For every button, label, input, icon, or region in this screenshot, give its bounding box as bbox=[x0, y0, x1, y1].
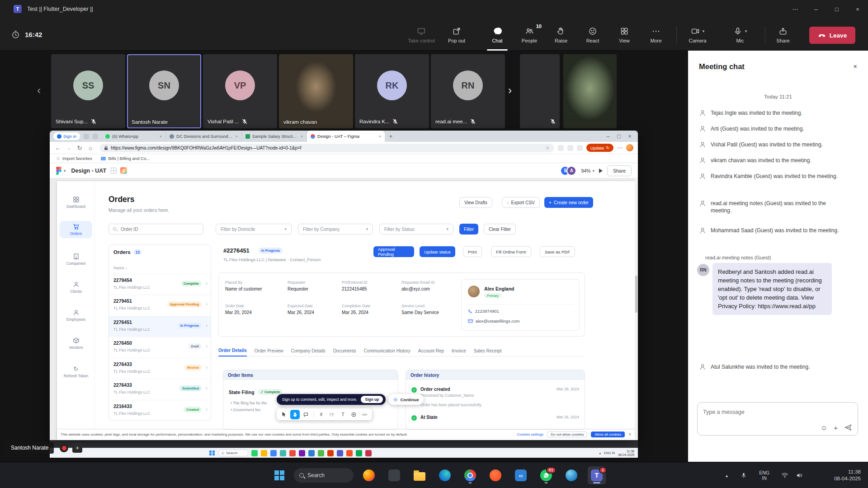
tab-sales-receipt[interactable]: Sales Receipt bbox=[474, 345, 502, 357]
tray-up-icon[interactable]: ▴ bbox=[599, 451, 601, 455]
table-row[interactable]: 2276433TL Flex Holdings LLC Review › bbox=[109, 358, 211, 379]
table-row[interactable]: 2276450TL Flex Holdings LLC Draft › bbox=[109, 337, 211, 357]
tab-order-preview[interactable]: Order Preview bbox=[255, 345, 283, 357]
filter-company-select[interactable]: Filter by Company▾ bbox=[298, 224, 373, 235]
hand-tool-icon[interactable] bbox=[290, 410, 300, 419]
firefox-icon[interactable] bbox=[360, 466, 378, 484]
create-order-button[interactable]: +Create new order bbox=[544, 197, 593, 208]
favorites-icon[interactable] bbox=[567, 145, 573, 151]
scrollbar[interactable] bbox=[635, 178, 638, 440]
chat-input-box[interactable]: ☺ + bbox=[697, 402, 858, 436]
view-drafts-button[interactable]: View Drafts bbox=[459, 197, 492, 208]
video-tile[interactable]: VP Vishal Patil ... bbox=[203, 54, 277, 128]
favorite-star-icon[interactable]: ☆ bbox=[546, 145, 550, 150]
allow-cookies-button[interactable]: Allow all cookies bbox=[591, 432, 625, 437]
chat-button[interactable]: Chat bbox=[481, 23, 513, 47]
app-icon[interactable] bbox=[337, 450, 343, 456]
collaborator-avatar[interactable]: A bbox=[566, 166, 576, 176]
tab-close-icon[interactable]: × bbox=[301, 134, 303, 139]
app-icon[interactable] bbox=[318, 450, 324, 456]
bookmark-item[interactable]: ☆Import favorites bbox=[56, 156, 92, 161]
shared-language-indicator[interactable]: ENG IN bbox=[604, 451, 615, 455]
fill-online-form-button[interactable]: Fill Online Form bbox=[491, 246, 531, 257]
cursor-tool-icon[interactable] bbox=[279, 410, 289, 419]
tray-mic-icon[interactable] bbox=[741, 472, 747, 479]
sidebar-item-employees[interactable]: Employees bbox=[60, 307, 92, 324]
sidebar-item-refresh-token[interactable]: ↻ Refresh Token bbox=[60, 364, 92, 380]
tab-order-details[interactable]: Order Details bbox=[218, 345, 247, 357]
table-row[interactable]: 2279454TL Flex Holdings LLC Complete › bbox=[109, 274, 211, 295]
split-screen-icon[interactable] bbox=[558, 145, 564, 151]
frame-tool-icon[interactable]: # bbox=[316, 410, 326, 419]
mic-button[interactable]: ▾ Mic bbox=[724, 23, 756, 47]
sidebar-item-clients[interactable]: Clients bbox=[60, 279, 92, 296]
wifi-icon[interactable] bbox=[781, 472, 788, 479]
tab-invoice[interactable]: Invoice bbox=[452, 345, 466, 357]
resources-tool-icon[interactable] bbox=[349, 410, 359, 419]
share-button[interactable]: Share bbox=[769, 23, 797, 47]
shared-search-box[interactable]: Search bbox=[218, 450, 248, 456]
tab-search-icon[interactable] bbox=[93, 134, 98, 139]
video-tile[interactable] bbox=[563, 54, 617, 128]
teams-icon[interactable]: T 1 bbox=[588, 466, 606, 484]
raise-button[interactable]: Raise bbox=[545, 23, 577, 47]
save-as-pdf-button[interactable]: Save as PDF bbox=[540, 246, 575, 257]
table-row[interactable]: 2279451TL Flex Holdings LLC Approval Pen… bbox=[109, 295, 211, 315]
home-icon[interactable]: ⌂ bbox=[85, 145, 96, 151]
browser-settings-icon[interactable]: ⋯ bbox=[617, 145, 623, 151]
filter-domicile-select[interactable]: Filter by Domicile▾ bbox=[216, 224, 292, 235]
reload-icon[interactable]: ↻ bbox=[74, 145, 85, 151]
pop-out-button[interactable]: Pop out bbox=[441, 23, 472, 47]
video-tile[interactable]: vikram chavan bbox=[279, 54, 353, 128]
clear-filter-button[interactable]: Clear Filter bbox=[484, 224, 516, 235]
figma-pages-icon[interactable] bbox=[111, 168, 117, 174]
filter-status-select[interactable]: Filter by Status▾ bbox=[379, 224, 453, 235]
dev-mode-icon[interactable]: </> bbox=[360, 410, 369, 419]
taskbar-search[interactable]: Search bbox=[294, 468, 354, 483]
browser-close-button[interactable]: × bbox=[624, 133, 635, 140]
taskbar-clock[interactable]: 11:38 08-04-2025 bbox=[834, 469, 861, 482]
camera-caret-icon[interactable]: ▾ bbox=[703, 29, 705, 33]
filter-button[interactable]: Filter bbox=[459, 224, 478, 235]
bookmark-item[interactable]: Bills | Billing and Co... bbox=[101, 156, 150, 161]
app-icon[interactable] bbox=[261, 450, 267, 456]
text-tool-icon[interactable]: T bbox=[338, 410, 348, 419]
brave-icon[interactable] bbox=[486, 466, 505, 484]
overlay-widget-icon[interactable] bbox=[60, 444, 68, 452]
browser-tab[interactable]: Sample Salary Structure with cal:× bbox=[242, 131, 307, 142]
close-button[interactable]: × bbox=[847, 0, 868, 18]
chrome-icon[interactable] bbox=[461, 466, 479, 484]
take-control-button[interactable]: Take control bbox=[406, 23, 437, 47]
people-button[interactable]: 10 People bbox=[514, 23, 545, 47]
react-button[interactable]: React bbox=[577, 23, 609, 47]
app-icon[interactable] bbox=[356, 450, 362, 456]
sidebar-item-dashboard[interactable]: Dashboard bbox=[60, 194, 92, 211]
sidebar-item-vendors[interactable]: Vendors bbox=[60, 335, 92, 352]
video-tile[interactable] bbox=[520, 54, 560, 128]
app-icon[interactable] bbox=[289, 450, 296, 456]
approval-pending-button[interactable]: Approval Pending bbox=[373, 246, 414, 257]
shape-tool-icon[interactable]: □▾ bbox=[327, 410, 337, 419]
browser-maximize-button[interactable]: □ bbox=[613, 133, 624, 140]
print-button[interactable]: Print bbox=[463, 246, 482, 257]
workspaces-icon[interactable] bbox=[84, 134, 89, 139]
browser-tab-active[interactable]: Design - UAT – Figma× bbox=[307, 131, 385, 142]
google-continue-button[interactable]: G Continue bbox=[388, 394, 423, 405]
update-status-button[interactable]: Update status bbox=[420, 246, 455, 257]
view-button[interactable]: View bbox=[609, 23, 640, 47]
tab-close-icon[interactable]: × bbox=[160, 134, 162, 139]
figma-logo-icon[interactable] bbox=[56, 167, 61, 175]
minimize-button[interactable]: – bbox=[806, 0, 826, 18]
comment-tool-icon[interactable] bbox=[301, 410, 311, 419]
chat-close-icon[interactable]: × bbox=[853, 62, 857, 70]
tab-close-icon[interactable]: × bbox=[379, 134, 381, 139]
address-bar[interactable]: https://www.figma.com/design/9BKQ0FOHRWa… bbox=[99, 144, 554, 152]
browser-minimize-button[interactable]: – bbox=[603, 133, 613, 140]
table-row[interactable]: 2276433TL Flex Holdings LLC Submitted › bbox=[109, 379, 211, 399]
emoji-icon[interactable]: ☺ bbox=[821, 424, 827, 432]
browser-tab[interactable]: DC Divisions and Surroundings× bbox=[166, 131, 242, 142]
volume-icon[interactable] bbox=[796, 472, 803, 479]
table-row-selected[interactable]: 2276451TL Flex Holdings LLC In Progress … bbox=[109, 316, 211, 337]
tab-communication-history[interactable]: Communication History bbox=[363, 345, 410, 357]
attach-plus-icon[interactable]: + bbox=[834, 424, 838, 432]
